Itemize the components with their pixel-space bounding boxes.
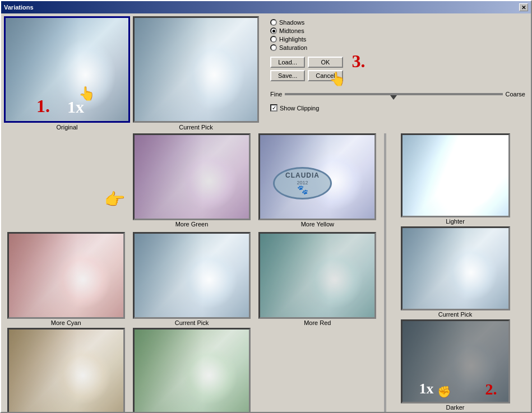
options-panel: Shadows Midtones Highlights Saturation — [267, 16, 528, 131]
fine-coarse-row: Fine Coarse — [270, 89, 525, 100]
pointer-cancel: 👆 — [329, 71, 346, 87]
save-button[interactable]: Save... — [270, 70, 305, 81]
stamp-text: CLAUDIA — [285, 171, 320, 179]
ok-button[interactable]: OK — [308, 57, 343, 68]
midtones-label: Midtones — [279, 27, 304, 34]
load-button[interactable]: Load... — [270, 57, 305, 68]
decoration-3: 3. — [352, 51, 366, 72]
current-pick-top-label: Current Pick — [179, 124, 213, 131]
right-variations-column: Lighter Current Pick 1x ✊ 2. — [391, 133, 520, 413]
close-button[interactable]: ✕ — [519, 3, 528, 11]
pointer-darker: ✊ — [437, 385, 451, 398]
title-bar: Variations ✕ — [1, 1, 531, 13]
lighter-image[interactable] — [401, 133, 510, 217]
more-green-image[interactable] — [133, 133, 251, 220]
more-red-image[interactable] — [258, 232, 376, 319]
main-grid: CLAUDIA 2012 🐾 👉 — [4, 133, 528, 413]
saturation-label: Saturation — [279, 44, 307, 51]
more-red-label: More Red — [304, 319, 331, 326]
more-blue-image[interactable] — [7, 328, 125, 413]
original-image[interactable]: 1. 1x 👆 — [4, 16, 130, 123]
highlights-radio[interactable]: Highlights — [270, 36, 525, 43]
highlights-label: Highlights — [279, 36, 306, 43]
fine-label: Fine — [270, 91, 282, 98]
more-yellow-label: More Yellow — [301, 221, 334, 228]
current-pick-right-image[interactable] — [401, 226, 510, 310]
more-magenta-cell: More Magenta — [129, 328, 253, 413]
show-clipping-checkbox[interactable] — [270, 104, 277, 112]
lighter-cell: Lighter — [391, 133, 520, 225]
more-red-cell: More Red — [256, 232, 380, 326]
current-pick-right-cell: Current Pick — [391, 226, 520, 318]
current-pick-right-label: Current Pick — [438, 311, 473, 318]
more-magenta-image[interactable] — [133, 328, 251, 413]
current-pick-mid-image[interactable] — [133, 232, 251, 319]
decoration-1: 1. — [36, 96, 50, 117]
action-buttons: Load... Save... OK Cancel 3. 👆 — [270, 57, 525, 81]
decoration-2: 2. — [485, 380, 497, 398]
saturation-radio-circle[interactable] — [270, 44, 277, 51]
more-green-label: More Green — [175, 221, 209, 228]
decoration-1x-bottom: 1x — [419, 380, 434, 397]
show-clipping-label: Show Clipping — [280, 105, 319, 112]
top-section: 1. 1x 👆 Original Current Pick — [4, 16, 528, 131]
current-pick-top-image[interactable] — [133, 16, 259, 123]
more-cyan-label: More Cyan — [51, 319, 81, 326]
more-green-cell: More Green — [129, 133, 253, 230]
midtones-radio-circle[interactable] — [270, 27, 277, 34]
highlights-radio-circle[interactable] — [270, 36, 277, 43]
variations-window: Variations ✕ 1. 1x 👆 Origi — [0, 0, 532, 413]
shadows-label: Shadows — [279, 19, 304, 26]
grid-divider — [384, 133, 386, 413]
window-title: Variations — [4, 4, 34, 11]
more-cyan-image[interactable] — [7, 232, 125, 319]
stamp-icon: 🐾 — [297, 184, 308, 195]
coarse-label: Coarse — [506, 91, 525, 98]
darker-label: Darker — [446, 404, 464, 411]
shadows-radio-circle[interactable] — [270, 19, 277, 26]
pointer-top-left: 👆 — [78, 86, 95, 101]
claudia-stamp: CLAUDIA 2012 🐾 — [273, 167, 332, 199]
window-content: 1. 1x 👆 Original Current Pick — [1, 13, 531, 412]
lighter-label: Lighter — [446, 218, 465, 225]
empty-cell-top-left: 👉 — [4, 133, 128, 230]
empty-cell-bottom-right — [256, 328, 380, 413]
current-pick-mid-cell: Current Pick — [129, 232, 253, 326]
pointer-arrow-right: 👉 — [104, 189, 125, 209]
more-cyan-cell: More Cyan — [4, 232, 128, 326]
current-pick-mid-label: Current Pick — [175, 319, 209, 326]
show-clipping-row: Show Clipping — [270, 104, 525, 112]
midtones-radio[interactable]: Midtones — [270, 27, 525, 34]
shadows-radio[interactable]: Shadows — [270, 19, 525, 26]
more-blue-cell: More Blue — [4, 328, 128, 413]
darker-image[interactable]: 1x ✊ 2. — [401, 319, 510, 403]
original-preview: 1. 1x 👆 Original — [4, 16, 130, 131]
current-pick-top-preview: Current Pick — [133, 16, 259, 131]
original-label: Original — [57, 124, 78, 131]
saturation-radio[interactable]: Saturation — [270, 44, 525, 51]
adjustment-type-group: Shadows Midtones Highlights Saturation — [270, 19, 525, 51]
darker-cell: 1x ✊ 2. Darker — [391, 319, 520, 411]
